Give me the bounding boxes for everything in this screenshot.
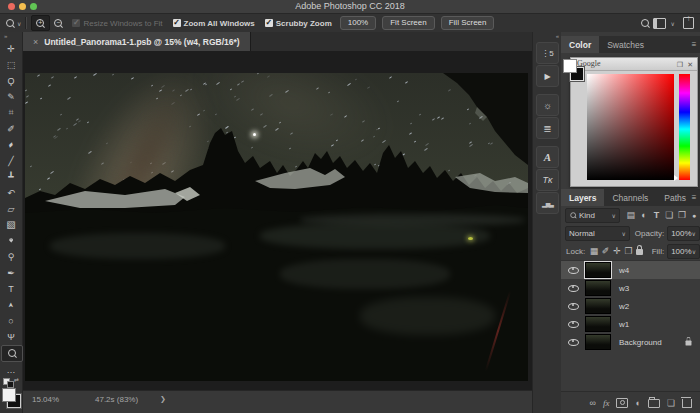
new-adjustment-icon[interactable]: ◐ [635,398,640,408]
layer-row-w2[interactable]: w2 [561,297,700,315]
status-chevron-icon[interactable]: ❯ [160,395,166,403]
blur-tool[interactable]: ♠ [1,233,21,248]
scrubby-zoom-checkbox[interactable]: ✓ Scrubby Zoom [265,19,332,28]
document-tab[interactable]: × Untitled_Panorama1-1.psb @ 15% (w4, RG… [23,32,251,51]
path-selection-tool[interactable]: ➤ [1,297,21,312]
double-chevron-right-icon[interactable]: » [4,33,6,39]
blend-mode-dropdown[interactable]: Normal∨ [565,226,630,241]
zoom-100-button[interactable]: 100% [340,16,376,30]
hue-slider-arrow[interactable] [674,175,678,181]
chevron-down-icon[interactable]: ∨ [17,20,21,27]
fit-screen-button[interactable]: Fit Screen [382,16,434,30]
healing-brush-tool[interactable]: ▰ [1,137,21,152]
clone-stamp-tool[interactable]: ┻ [1,169,21,184]
visibility-eye-icon[interactable] [568,339,579,346]
pen-tool[interactable]: ✒ [1,265,21,280]
zoom-level-field[interactable]: 15.04% [32,395,59,404]
close-icon[interactable]: × [33,37,38,47]
history-brush-tool[interactable]: ↶ [1,185,21,200]
filter-type-layers-icon[interactable]: T [650,210,663,220]
gradient-tool[interactable]: ▧ [1,217,21,232]
new-group-icon[interactable] [648,399,660,408]
edit-toolbar-button[interactable]: … [1,362,21,377]
tab-layers[interactable]: Layers [561,189,604,206]
lock-paint-icon[interactable]: ✐ [600,246,612,256]
filter-kind-dropdown[interactable]: Kind ∨ [565,208,620,223]
quick-selection-tool[interactable]: ✎ [1,89,21,104]
lock-all-icon[interactable] [634,246,646,257]
zoom-in-button[interactable]: + [31,15,50,31]
saturation-brightness-picker[interactable] [587,74,674,180]
type-tool[interactable]: T [1,281,21,296]
new-layer-icon[interactable]: ❏ [667,398,675,408]
lock-artboard-icon[interactable]: ❐ [623,246,635,256]
document-image[interactable] [25,73,528,381]
sun-panel-icon[interactable]: ☼ [536,94,559,116]
layer-thumbnail[interactable] [585,280,611,296]
panel-menu-icon[interactable]: ≡ [692,40,696,49]
visibility-eye-icon[interactable] [568,267,579,274]
move-tool[interactable]: ✛ [1,41,21,56]
filter-adjustment-layers-icon[interactable]: ◐ [638,210,651,220]
glyphs-panel-icon[interactable]: A [536,146,559,168]
chevron-down-icon[interactable]: ∨ [671,20,675,27]
filter-pixel-layers-icon[interactable]: ▤ [624,210,638,220]
fill-screen-button[interactable]: Fill Screen [441,16,495,30]
layer-row-background[interactable]: Background [561,333,700,351]
color-panel-swatches[interactable] [563,59,585,81]
default-colors-icon[interactable]: ⇄ [3,376,19,385]
filter-shape-layers-icon[interactable]: ❏ [663,210,676,220]
ellipse-tool[interactable]: ○ [1,313,21,328]
canvas-pasteboard[interactable] [23,51,532,391]
panel-menu-icon[interactable]: ≡ [692,193,696,202]
hand-tool[interactable]: Ψ [1,329,21,344]
layer-thumbnail[interactable] [585,298,611,314]
zoom-tool[interactable] [1,345,23,362]
eyedropper-tool[interactable]: ✐ [1,121,21,136]
resize-windows-checkbox[interactable]: ✓ Resize Windows to Fit [72,19,162,28]
google-floating-window[interactable]: Google ❐ ✕ [570,57,698,187]
visibility-eye-icon[interactable] [568,285,579,292]
workspace-icon[interactable] [653,18,666,29]
share-icon[interactable] [683,17,694,29]
filter-smart-objects-icon[interactable]: ❐ [676,210,689,220]
zoom-out-button[interactable]: − [50,16,67,30]
dodge-tool[interactable]: ⚲ [1,249,21,264]
layer-effects-icon[interactable]: fx [603,398,610,408]
foreground-color-swatch[interactable] [563,59,577,73]
layer-thumbnail[interactable] [585,334,611,350]
lasso-tool[interactable]: Ϙ [1,73,21,88]
double-chevron-left-icon[interactable]: « [556,33,558,39]
fill-field[interactable]: 100%∨ [667,244,700,259]
tab-channels[interactable]: Channels [604,189,656,206]
visibility-eye-icon[interactable] [568,303,579,310]
actions-panel-icon[interactable]: ▶ [536,65,559,87]
layer-row-w1[interactable]: w1 [561,315,700,333]
filter-toggle-icon[interactable]: ● [688,212,700,219]
eraser-tool[interactable]: ▱ [1,201,21,216]
brush-settings-panel-icon[interactable]: ⋮5 [536,42,559,64]
crop-tool[interactable]: ⌗ [1,105,21,120]
zoom-all-windows-checkbox[interactable]: ✓ Zoom All Windows [173,19,255,28]
zoom-tool-options-icon[interactable] [6,19,15,28]
lock-transparency-icon[interactable]: ▦ [588,246,600,256]
swap-colors-icon[interactable]: ⇄ [14,376,19,383]
brush-tool[interactable]: ╱ [1,153,21,168]
foreground-background-swatches[interactable] [2,388,21,408]
visibility-eye-icon[interactable] [568,321,579,328]
search-icon[interactable] [641,19,650,28]
list-panel-icon[interactable]: ≣ [536,117,559,139]
layer-row-w3[interactable]: w3 [561,279,700,297]
tab-paths[interactable]: Paths [656,189,694,206]
marquee-tool[interactable]: ⬚ [1,57,21,72]
foreground-color-swatch[interactable] [2,388,16,402]
tab-color[interactable]: Color [561,36,599,53]
delete-layer-icon[interactable] [682,399,692,408]
close-icon[interactable]: ✕ [687,60,693,69]
layer-thumbnail[interactable] [585,262,611,278]
hue-strip[interactable] [679,74,690,180]
tk-actions-panel-icon[interactable]: Tᴋ [536,169,559,191]
tab-swatches[interactable]: Swatches [599,36,652,53]
lock-position-icon[interactable]: ✛ [611,246,623,256]
layer-thumbnail[interactable] [585,316,611,332]
